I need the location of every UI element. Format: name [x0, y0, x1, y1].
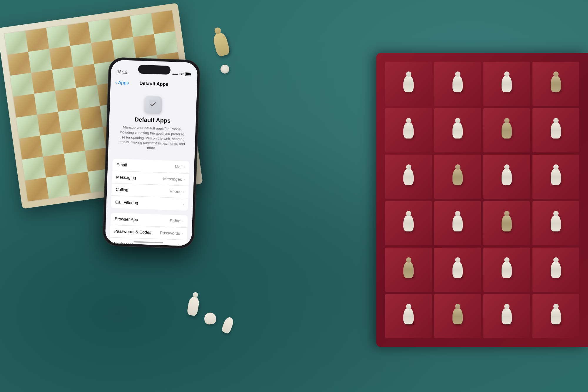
chess-cell — [109, 16, 133, 40]
box-cell — [385, 155, 432, 199]
box-cell — [385, 108, 432, 152]
chess-piece — [452, 76, 463, 92]
chess-box — [376, 53, 588, 347]
svg-rect-3 — [148, 99, 158, 109]
chess-piece — [551, 262, 561, 278]
iphone-screen: 12:12 ●●● — [105, 60, 198, 246]
row-label: Calling — [116, 187, 170, 194]
box-cell — [532, 108, 579, 152]
chess-piece — [502, 308, 512, 324]
box-cell — [483, 201, 530, 245]
settings-group-communications: EmailMail›MessagingMessages›CallingPhone… — [111, 159, 190, 211]
app-icon — [144, 96, 162, 114]
box-cell — [532, 155, 579, 199]
chess-cell — [76, 85, 100, 109]
box-cell — [385, 248, 432, 292]
chess-piece — [551, 308, 561, 324]
chess-piece — [502, 262, 512, 278]
chess-cell — [10, 73, 34, 96]
box-cell — [532, 294, 579, 338]
status-icons: ●●● — [172, 72, 191, 77]
chess-piece-2 — [220, 65, 229, 74]
chess-cell — [25, 28, 49, 52]
chess-cell — [70, 43, 94, 67]
chess-cell — [55, 88, 79, 112]
svg-rect-2 — [186, 73, 190, 75]
chess-piece — [452, 262, 463, 278]
box-cell — [434, 294, 481, 338]
box-cell — [434, 201, 481, 245]
box-cell — [483, 155, 530, 199]
row-label: Browser App — [115, 216, 170, 223]
settings-header: Default Apps Manage your default apps fo… — [108, 89, 197, 157]
chess-cell — [34, 91, 58, 115]
row-label: Passwords & Codes — [114, 229, 160, 235]
back-button[interactable]: ‹ Apps — [115, 80, 129, 86]
chess-piece — [452, 215, 463, 231]
row-label: Email — [116, 162, 175, 169]
row-label: Messaging — [116, 175, 163, 181]
chess-piece — [403, 169, 414, 185]
row-value: Mail — [175, 164, 182, 169]
settings-title: Default Apps — [134, 116, 171, 124]
chess-cell — [88, 19, 112, 43]
chess-piece — [551, 76, 561, 92]
box-cell — [385, 294, 432, 338]
chess-piece — [551, 122, 561, 139]
chess-cell — [130, 13, 154, 37]
chevron-icon: › — [182, 231, 183, 236]
chess-cell — [61, 130, 85, 154]
chess-piece — [403, 76, 414, 92]
chess-cell — [28, 49, 52, 73]
box-cell — [483, 108, 530, 152]
chess-piece — [403, 262, 414, 278]
chess-cell — [31, 70, 55, 94]
box-cell — [434, 108, 481, 152]
chess-piece — [551, 169, 561, 185]
battery-icon — [185, 72, 191, 77]
row-label: Call Filtering — [115, 200, 183, 207]
chess-cell — [67, 172, 91, 196]
chess-cell — [22, 157, 46, 181]
chess-piece — [502, 76, 512, 92]
chess-cell — [67, 22, 91, 46]
chess-piece — [403, 122, 414, 139]
back-label[interactable]: Apps — [118, 80, 129, 86]
chess-cell — [73, 64, 97, 88]
chess-cell — [133, 34, 157, 58]
row-value: Phone — [170, 189, 182, 194]
chess-piece — [502, 215, 512, 231]
chess-cell — [40, 133, 64, 156]
settings-description: Manage your default apps for iPhone, inc… — [114, 125, 190, 152]
row-value: Safari — [170, 218, 181, 223]
chevron-icon: › — [182, 219, 183, 223]
box-cell — [385, 201, 432, 245]
row-value: Passwords — [160, 231, 180, 236]
iphone: 12:12 ●●● — [103, 57, 200, 248]
box-cell — [532, 248, 579, 292]
chess-cell — [37, 112, 61, 136]
box-cell — [532, 62, 579, 106]
chess-cell — [82, 127, 106, 151]
chess-cell — [49, 46, 73, 70]
chess-cell — [19, 136, 43, 159]
chess-piece — [403, 308, 414, 324]
chess-cell — [16, 115, 40, 139]
chess-cell — [46, 175, 70, 198]
chess-cell — [4, 31, 28, 55]
settings-row[interactable]: Call Filtering› — [111, 196, 188, 211]
box-cell — [532, 201, 579, 245]
row-value: Messages — [163, 176, 182, 182]
wifi-icon — [179, 72, 183, 76]
chess-cell — [52, 67, 76, 91]
box-cell — [483, 294, 530, 338]
chess-piece — [403, 215, 414, 231]
checkmark-icon — [148, 99, 158, 111]
signal-icon: ●●● — [172, 72, 178, 76]
chevron-icon: › — [183, 190, 184, 194]
box-cell — [434, 248, 481, 292]
chess-piece — [551, 215, 561, 231]
box-cell — [483, 62, 530, 106]
chess-cell — [43, 154, 67, 178]
chess-cell — [154, 31, 178, 55]
